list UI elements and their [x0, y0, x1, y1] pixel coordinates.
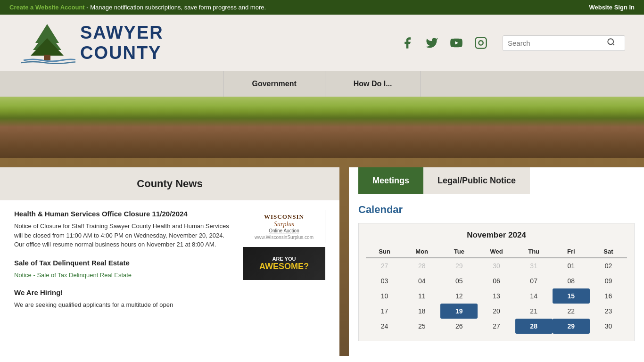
- social-icons: [400, 35, 488, 50]
- news-item-1-body: Notice of Closure for Staff Training Saw…: [14, 222, 233, 249]
- calendar-week-3: 17181920212223: [366, 304, 627, 319]
- news-item-3-title: We Are Hiring!: [14, 288, 233, 296]
- calendar-day-3-2[interactable]: 19: [440, 304, 478, 319]
- awesome-line2: AWESOME?: [259, 262, 309, 272]
- calendar-day-2-0[interactable]: 10: [366, 288, 403, 304]
- ws-surplus: Surplus: [246, 221, 322, 228]
- tab-meetings[interactable]: Meetings: [358, 167, 423, 194]
- calendar-week-0: 27282930310102: [366, 258, 627, 273]
- calendar-day-2-5[interactable]: 15: [553, 288, 590, 304]
- instagram-icon[interactable]: [473, 35, 488, 50]
- ws-url: www.WisconsinSurplus.com: [246, 235, 322, 240]
- sign-in-button[interactable]: Website Sign In: [589, 4, 635, 11]
- county-news-header: County News: [0, 167, 339, 200]
- calendar-day-4-1[interactable]: 25: [403, 319, 440, 334]
- col-sun: Sun: [366, 246, 403, 258]
- calendar-day-4-0[interactable]: 24: [366, 319, 403, 334]
- calendar-day-1-2[interactable]: 05: [440, 273, 478, 288]
- calendar-day-3-4[interactable]: 21: [515, 304, 553, 319]
- calendar-day-0-3[interactable]: 30: [478, 258, 515, 273]
- news-item-3-body: We are seeking qualified applicants for …: [14, 300, 233, 310]
- right-panel: Meetings Legal/Public Notice Calendar No…: [349, 167, 644, 356]
- calendar-day-4-2[interactable]: 26: [440, 319, 478, 334]
- calendar-title: Calendar: [358, 204, 635, 216]
- wisconsin-surplus-ad[interactable]: WISCONSIN Surplus Online Auction www.Wis…: [243, 210, 325, 243]
- news-item-2-link[interactable]: Notice - Sale of Tax Delinquent Real Est…: [14, 272, 132, 279]
- calendar-day-2-6[interactable]: 16: [590, 288, 627, 304]
- calendar-day-2-2[interactable]: 12: [440, 288, 478, 304]
- are-you-awesome-ad[interactable]: ARE YOU AWESOME?: [243, 247, 325, 280]
- calendar-container: November 2024 Sun Mon Tue Wed Thu Fri Sa…: [358, 223, 635, 341]
- youtube-icon[interactable]: [449, 35, 464, 50]
- calendar-day-4-3[interactable]: 27: [478, 319, 515, 334]
- calendar-day-3-3[interactable]: 20: [478, 304, 515, 319]
- col-tue: Tue: [440, 246, 478, 258]
- header-center: [400, 35, 625, 51]
- col-thu: Thu: [515, 246, 553, 258]
- calendar-week-1: 03040506070809: [366, 273, 627, 288]
- svg-rect-3: [44, 55, 50, 60]
- calendar-day-0-4[interactable]: 31: [515, 258, 553, 273]
- calendar-day-3-6[interactable]: 23: [590, 304, 627, 319]
- search-bar[interactable]: [503, 35, 625, 51]
- twitter-icon[interactable]: [424, 35, 439, 50]
- hero-landscape: [0, 97, 644, 158]
- calendar-day-3-5[interactable]: 22: [553, 304, 590, 319]
- ws-title: WISCONSIN: [246, 213, 322, 221]
- calendar-day-1-6[interactable]: 09: [590, 273, 627, 288]
- search-button[interactable]: [607, 38, 615, 49]
- calendar-day-3-0[interactable]: 17: [366, 304, 403, 319]
- col-fri: Fri: [553, 246, 590, 258]
- header: SAWYER COUNTY: [0, 15, 644, 71]
- calendar-day-4-6[interactable]: 30: [590, 319, 627, 334]
- news-text: Health & Human Services Office Closure 1…: [14, 210, 233, 319]
- calendar-day-2-4[interactable]: 14: [515, 288, 553, 304]
- calendar-day-1-1[interactable]: 04: [403, 273, 440, 288]
- ws-online-auction: Online Auction: [246, 228, 322, 233]
- calendar-grid: Sun Mon Tue Wed Thu Fri Sat 272829303101…: [366, 246, 627, 334]
- calendar-day-1-5[interactable]: 08: [553, 273, 590, 288]
- logo-area[interactable]: SAWYER COUNTY: [19, 22, 164, 64]
- calendar-month: November 2024: [366, 230, 627, 240]
- tab-legal-public-notice[interactable]: Legal/Public Notice: [423, 167, 530, 194]
- calendar-week-2: 10111213141516: [366, 288, 627, 304]
- logo-line2: COUNTY: [80, 43, 164, 63]
- logo-icon: [19, 22, 75, 64]
- nav-bar: Government How Do I...: [0, 71, 644, 97]
- news-item-1-title: Health & Human Services Office Closure 1…: [14, 210, 233, 218]
- news-item-2: Sale of Tax Delinquent Real Estate Notic…: [14, 259, 233, 279]
- calendar-day-0-0[interactable]: 27: [366, 258, 403, 273]
- svg-point-7: [608, 39, 613, 44]
- tabs: Meetings Legal/Public Notice: [358, 167, 635, 194]
- calendar-day-4-5[interactable]: 29: [553, 319, 590, 334]
- search-input[interactable]: [508, 39, 607, 47]
- calendar-day-3-1[interactable]: 18: [403, 304, 440, 319]
- logo-text: SAWYER COUNTY: [80, 23, 164, 63]
- svg-line-8: [612, 43, 614, 45]
- nav-item-government[interactable]: Government: [223, 71, 325, 97]
- facebook-icon[interactable]: [400, 35, 415, 50]
- calendar-day-1-4[interactable]: 07: [515, 273, 553, 288]
- news-item-2-title: Sale of Tax Delinquent Real Estate: [14, 259, 233, 267]
- create-account-link[interactable]: Create a Website Account: [9, 4, 85, 11]
- nav-item-how-do-i[interactable]: How Do I...: [325, 71, 421, 97]
- calendar-header-row: Sun Mon Tue Wed Thu Fri Sat: [366, 246, 627, 258]
- col-mon: Mon: [403, 246, 440, 258]
- svg-rect-5: [475, 37, 486, 48]
- calendar-day-0-5[interactable]: 01: [553, 258, 590, 273]
- left-panel: County News Health & Human Services Offi…: [0, 167, 339, 356]
- calendar-day-4-4[interactable]: 28: [515, 319, 553, 334]
- main-content: County News Health & Human Services Offi…: [0, 158, 644, 356]
- top-bar: Create a Website Account - Manage notifi…: [0, 0, 644, 15]
- news-item-1: Health & Human Services Office Closure 1…: [14, 210, 233, 249]
- calendar-day-0-6[interactable]: 02: [590, 258, 627, 273]
- calendar-day-2-3[interactable]: 13: [478, 288, 515, 304]
- calendar-day-2-1[interactable]: 11: [403, 288, 440, 304]
- calendar-day-0-2[interactable]: 29: [440, 258, 478, 273]
- calendar-week-4: 24252627282930: [366, 319, 627, 334]
- calendar-day-1-3[interactable]: 06: [478, 273, 515, 288]
- calendar-day-0-1[interactable]: 28: [403, 258, 440, 273]
- awesome-line1: ARE YOU: [259, 256, 309, 262]
- news-item-3: We Are Hiring! We are seeking qualified …: [14, 288, 233, 310]
- calendar-day-1-0[interactable]: 03: [366, 273, 403, 288]
